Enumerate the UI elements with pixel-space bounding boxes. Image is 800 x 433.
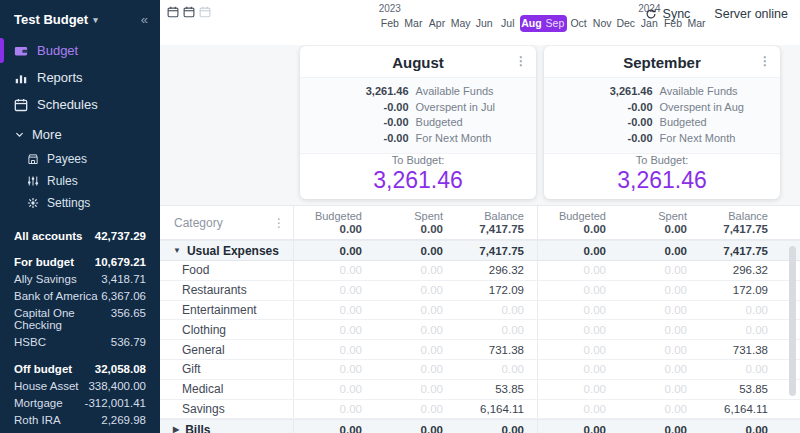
category-name[interactable]: Gift <box>160 360 293 379</box>
account-row-vanguard-401k[interactable]: Vanguard 401k3,389.51 <box>0 428 160 433</box>
category-menu-kebab-icon[interactable]: ⋮ <box>273 217 285 229</box>
spent-cell[interactable]: 0.00 <box>375 284 456 296</box>
budgeted-cell[interactable]: 0.00 <box>538 284 619 296</box>
account-row-house-asset[interactable]: House Asset338,400.00 <box>0 377 160 394</box>
column-header-balance[interactable]: Balance7,417.75 <box>700 206 781 239</box>
balance-cell[interactable]: 296.32 <box>456 264 537 276</box>
balance-cell[interactable]: 0.00 <box>700 324 781 336</box>
category-name[interactable]: Clothing <box>160 320 293 339</box>
month-dec-button[interactable]: Dec <box>614 15 638 32</box>
budgeted-cell[interactable]: 0.00 <box>294 363 375 375</box>
balance-cell[interactable]: 172.09 <box>700 284 781 296</box>
column-header-spent[interactable]: Spent0.00 <box>375 206 456 239</box>
account-row-capital-one-checking[interactable]: Capital One Checking356.65 <box>0 304 160 333</box>
budgeted-cell[interactable]: 0.00 <box>294 424 375 433</box>
budgeted-cell[interactable]: 0.00 <box>538 424 619 433</box>
column-header-balance[interactable]: Balance7,417.75 <box>456 206 537 239</box>
sidebar-item-rules[interactable]: Rules <box>0 170 160 192</box>
balance-cell[interactable]: 0.00 <box>456 324 537 336</box>
category-group-name[interactable]: ▶Bills <box>160 420 293 433</box>
month-mar-button[interactable]: Mar <box>402 15 426 32</box>
balance-cell[interactable]: 0.00 <box>700 304 781 316</box>
spent-cell[interactable]: 0.00 <box>619 383 700 395</box>
spent-cell[interactable]: 0.00 <box>375 304 456 316</box>
spent-cell[interactable]: 0.00 <box>375 383 456 395</box>
budgeted-cell[interactable]: 0.00 <box>294 304 375 316</box>
category-name[interactable]: Restaurants <box>160 281 293 300</box>
spent-cell[interactable]: 0.00 <box>619 264 700 276</box>
spent-cell[interactable]: 0.00 <box>375 363 456 375</box>
balance-cell[interactable]: 53.85 <box>456 383 537 395</box>
spent-cell[interactable]: 0.00 <box>619 363 700 375</box>
column-header-spent[interactable]: Spent0.00 <box>619 206 700 239</box>
category-name[interactable]: Food <box>160 261 293 280</box>
spent-cell[interactable]: 0.00 <box>619 245 700 257</box>
month-nov-button[interactable]: Nov <box>590 15 614 32</box>
budgeted-cell[interactable]: 0.00 <box>538 245 619 257</box>
budgeted-cell[interactable]: 0.00 <box>538 344 619 356</box>
collapse-sidebar-button[interactable]: « <box>141 12 148 27</box>
sidebar-item-payees[interactable]: Payees <box>0 148 160 170</box>
balance-cell[interactable]: 0.00 <box>700 363 781 375</box>
spent-cell[interactable]: 0.00 <box>619 284 700 296</box>
account-row-bank-of-america[interactable]: Bank of America6,367.06 <box>0 287 160 304</box>
month-may-button[interactable]: May <box>449 15 473 32</box>
month-aug-button[interactable]: Aug <box>520 15 544 32</box>
sidebar-item-reports[interactable]: Reports <box>0 64 160 91</box>
account-row-hsbc[interactable]: HSBC536.79 <box>0 333 160 350</box>
month-card-menu-kebab-icon[interactable]: ⋮ <box>759 55 771 67</box>
balance-cell[interactable]: 296.32 <box>700 264 781 276</box>
expander-expanded-icon[interactable]: ▼ <box>173 246 181 255</box>
month-jun-button[interactable]: Jun <box>472 15 496 32</box>
account-group-header-off-budget[interactable]: Off budget32,058.08 <box>0 360 160 377</box>
budgeted-cell[interactable]: 0.00 <box>294 324 375 336</box>
budgeted-cell[interactable]: 0.00 <box>538 363 619 375</box>
spent-cell[interactable]: 0.00 <box>375 403 456 415</box>
balance-cell[interactable]: 172.09 <box>456 284 537 296</box>
account-row-roth-ira[interactable]: Roth IRA2,269.98 <box>0 411 160 428</box>
spent-cell[interactable]: 0.00 <box>375 424 456 433</box>
category-group-name[interactable]: ▼Usual Expenses <box>160 241 293 260</box>
account-row-mortgage[interactable]: Mortgage-312,001.41 <box>0 394 160 411</box>
all-accounts-row[interactable]: All accounts42,737.29 <box>0 227 160 244</box>
budgeted-cell[interactable]: 0.00 <box>294 264 375 276</box>
budgeted-cell[interactable]: 0.00 <box>538 304 619 316</box>
balance-cell[interactable]: 7,417.75 <box>456 245 537 257</box>
balance-cell[interactable]: 0.00 <box>456 304 537 316</box>
balance-cell[interactable]: 731.38 <box>700 344 781 356</box>
expander-collapsed-icon[interactable]: ▶ <box>173 425 179 433</box>
budgeted-cell[interactable]: 0.00 <box>538 324 619 336</box>
budgeted-cell[interactable]: 0.00 <box>294 383 375 395</box>
balance-cell[interactable]: 731.38 <box>456 344 537 356</box>
month-jul-button[interactable]: Jul <box>496 15 520 32</box>
spent-cell[interactable]: 0.00 <box>619 403 700 415</box>
month-card-menu-kebab-icon[interactable]: ⋮ <box>515 55 527 67</box>
sidebar-item-schedules[interactable]: Schedules <box>0 91 160 118</box>
account-group-header-for-budget[interactable]: For budget10,679.21 <box>0 253 160 270</box>
balance-cell[interactable]: 0.00 <box>700 424 781 433</box>
budgeted-cell[interactable]: 0.00 <box>294 284 375 296</box>
budgeted-cell[interactable]: 0.00 <box>294 245 375 257</box>
sidebar-more-toggle[interactable]: More <box>0 118 160 148</box>
sidebar-item-budget[interactable]: Budget <box>0 37 160 64</box>
spent-cell[interactable]: 0.00 <box>375 324 456 336</box>
budgeted-cell[interactable]: 0.00 <box>294 403 375 415</box>
budgeted-cell[interactable]: 0.00 <box>294 344 375 356</box>
column-header-budgeted[interactable]: Budgeted0.00 <box>538 206 619 239</box>
budget-file-switcher[interactable]: Test Budget ▾ <box>14 12 98 27</box>
budgeted-cell[interactable]: 0.00 <box>538 264 619 276</box>
spent-cell[interactable]: 0.00 <box>375 344 456 356</box>
sidebar-item-settings[interactable]: Settings <box>0 192 160 214</box>
spent-cell[interactable]: 0.00 <box>375 264 456 276</box>
balance-cell[interactable]: 0.00 <box>456 424 537 433</box>
server-status-button[interactable]: Server online <box>714 7 788 21</box>
category-name[interactable]: Entertainment <box>160 301 293 320</box>
3-month-view-button[interactable] <box>199 4 211 16</box>
month-apr-button[interactable]: Apr <box>425 15 449 32</box>
category-name[interactable]: Savings <box>160 400 293 419</box>
balance-cell[interactable]: 6,164.11 <box>700 403 781 415</box>
spent-cell[interactable]: 0.00 <box>619 324 700 336</box>
spent-cell[interactable]: 0.00 <box>375 245 456 257</box>
category-name[interactable]: General <box>160 340 293 359</box>
sync-button[interactable]: Sync <box>645 7 691 21</box>
